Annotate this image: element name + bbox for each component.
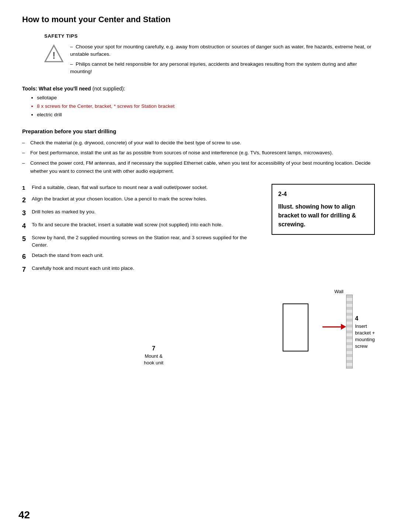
step-2-num: 2 [22, 195, 30, 205]
step-7-text: Carefully hook and mount each unit into … [32, 265, 264, 272]
tools-section: Tools: What else you'll need (not suppli… [22, 86, 375, 119]
step-4-num: 4 [22, 221, 30, 231]
step-2-text: Align the bracket at your chosen locatio… [32, 195, 264, 203]
page-title: How to mount your Center and Station [22, 15, 375, 24]
step4-line3: mounting [355, 336, 375, 343]
step4-line2: bracket + [355, 330, 375, 336]
step7-num: 7 [144, 344, 163, 353]
step-6-text: Detach the stand from each unit. [32, 252, 264, 259]
step7-label: 7 Mount & hook unit [144, 344, 163, 366]
step-4-text: To fix and secure the bracket, insert a … [32, 221, 264, 229]
step-6-num: 6 [22, 252, 30, 262]
step-1-text: Find a suitable, clean, flat wall surfac… [32, 184, 264, 191]
step-1-num: 1 [22, 184, 30, 192]
tool-item-3: electric drill [37, 111, 375, 119]
arrow-right [341, 324, 346, 330]
step-2: 2 Align the bracket at your chosen locat… [22, 195, 264, 205]
prep-item-2: For best performance, install the unit a… [22, 149, 375, 157]
safety-bullet-1: – Choose your spot for mounting carefull… [70, 43, 375, 58]
tool-item-1: sellotape [37, 94, 375, 102]
bracket-rect [283, 303, 308, 351]
safety-bullet-2: – Philips cannot be held responsible for… [70, 61, 375, 76]
step-6: 6 Detach the stand from each unit. [22, 252, 264, 262]
prep-list: Check the material (e.g. drywood, concre… [22, 139, 375, 175]
main-content: 1 Find a suitable, clean, flat wall surf… [22, 184, 375, 278]
tools-list: sellotape 8 x screws for the Center, bra… [37, 94, 375, 119]
step-5-num: 5 [22, 234, 30, 244]
step4-num: 4 [355, 315, 375, 323]
step-5-text: Screw by hand, the 2 supplied mounting s… [32, 234, 264, 249]
prep-item-3: Connect the power cord, FM antennas, and… [22, 159, 375, 175]
step-1: 1 Find a suitable, clean, flat wall surf… [22, 184, 264, 192]
step7-line1: Mount & [144, 353, 163, 360]
tools-title: Tools: What else you'll need (not suppli… [22, 86, 375, 92]
step-5: 5 Screw by hand, the 2 supplied mounting… [22, 234, 264, 249]
prep-section: Preparation before you start drilling Ch… [22, 128, 375, 175]
step4-label: 4 Insert bracket + mounting screw [355, 315, 375, 350]
arrow-line [322, 324, 346, 330]
illust-text: Illust. showing how to align bracket to … [278, 202, 368, 229]
step-3-num: 3 [22, 208, 30, 218]
page-number: 42 [18, 509, 30, 521]
diagram-area: Wall 7 Mount & hook unit 4 Insert bracke… [22, 289, 375, 370]
step-3-text: Drill holes as marked by you. [32, 208, 264, 216]
illust-num: 2-4 [278, 190, 368, 199]
step-4: 4 To fix and secure the bracket, insert … [22, 221, 264, 231]
step-3: 3 Drill holes as marked by you. [22, 208, 264, 218]
step-7-num: 7 [22, 265, 30, 275]
prep-item-1: Check the material (e.g. drywood, concre… [22, 139, 375, 147]
step4-line4: screw [355, 343, 375, 350]
steps-column: 1 Find a suitable, clean, flat wall surf… [22, 184, 264, 278]
tool-item-2: 8 x screws for the Center, bracket, * sc… [37, 102, 375, 111]
dash-line [322, 326, 341, 327]
illustration-box: 2-4 Illust. showing how to align bracket… [272, 184, 375, 235]
prep-title: Preparation before you start drilling [22, 128, 375, 134]
safety-tips-label: SAFETY TIPS [44, 33, 375, 39]
warning-icon: ! [44, 44, 63, 63]
wall-surface [346, 295, 353, 368]
step4-line1: Insert [355, 323, 375, 330]
wall-label: Wall [334, 289, 344, 294]
step-7: 7 Carefully hook and mount each unit int… [22, 265, 264, 275]
safety-section: ! – Choose your spot for mounting carefu… [44, 43, 375, 75]
svg-text:!: ! [52, 50, 56, 61]
safety-text: – Choose your spot for mounting carefull… [70, 43, 375, 75]
step7-line2: hook unit [144, 360, 163, 366]
